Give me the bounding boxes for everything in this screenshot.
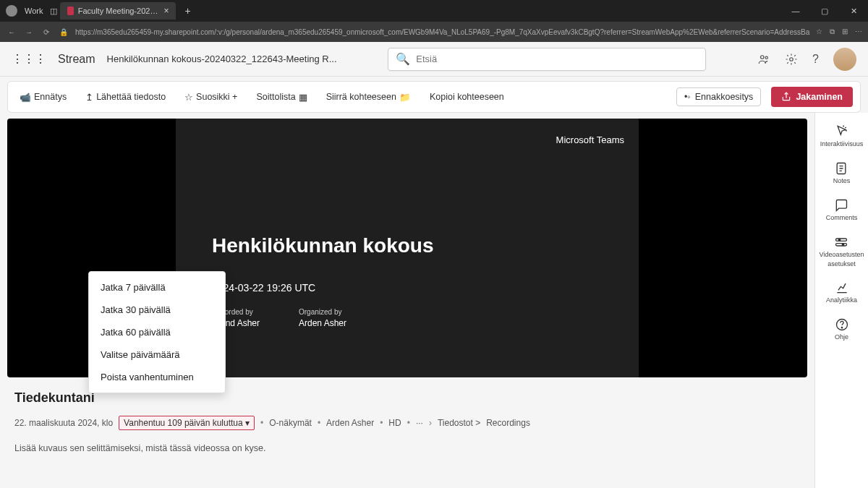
search-icon: 🔍 (396, 52, 410, 66)
app-surface: ⋮⋮⋮ Stream Henkilökunnan kokous-20240322… (0, 42, 868, 488)
menu-remove-expiration[interactable]: Poista vanhentuminen (89, 366, 225, 388)
tab-close-icon[interactable]: × (163, 6, 169, 16)
svg-point-7 (843, 244, 845, 246)
camera-icon: 📹 (20, 92, 31, 103)
svg-rect-5 (836, 243, 847, 245)
rail-interactivity[interactable]: Interaktiivisuus (820, 124, 864, 148)
meta-more-button[interactable]: ··· (416, 418, 423, 428)
favorites-icon[interactable]: ⧉ (830, 27, 835, 36)
settings-icon[interactable] (785, 53, 798, 66)
analytics-icon (835, 281, 849, 295)
help-icon[interactable]: ? (812, 53, 819, 66)
favorite-button[interactable]: ☆ Suosikki + (180, 89, 242, 106)
meta-quality: HD (388, 418, 401, 428)
url-text[interactable]: https://m365edu265459-my.sharepoint.com/… (75, 28, 810, 36)
cursor-icon (835, 124, 849, 139)
collections-icon[interactable]: ⊞ (842, 27, 848, 36)
share-icon (781, 92, 791, 102)
folder-move-icon: 📁 (399, 92, 411, 103)
close-window-button[interactable]: ✕ (839, 7, 868, 16)
upload-button[interactable]: ↥ Lähettää tiedosto (81, 89, 170, 106)
tab-favicon-icon (67, 7, 73, 15)
eye-icon: •◦ (684, 92, 691, 102)
refresh-button[interactable]: ⟳ (41, 28, 52, 36)
share-button[interactable]: Jakaminen (771, 87, 853, 107)
meta-views: O-näkymät (269, 418, 312, 428)
breadcrumb-recordings[interactable]: Recordings (486, 418, 530, 428)
window-controls: — ▢ ✕ (781, 7, 868, 16)
rail-comments[interactable]: Comments (826, 198, 858, 222)
profile-label[interactable]: Work (20, 5, 47, 17)
browser-titlebar: Work ◫ Faculty Meeting-20240322_122... ×… (0, 0, 868, 22)
svg-point-2 (790, 57, 793, 61)
svg-point-6 (839, 239, 841, 241)
moveto-button[interactable]: Siirrä kohteeseen 📁 (322, 89, 415, 106)
forward-button[interactable]: → (23, 28, 35, 36)
right-rail: Interaktiivisuus Notes Comments Videoase… (814, 113, 868, 488)
maximize-button[interactable]: ▢ (810, 7, 839, 16)
document-title[interactable]: Henkilökunnan kokous-20240322_122643-Mee… (107, 53, 337, 64)
workspaces-icon[interactable]: ◫ (50, 7, 57, 16)
video-timestamp: 2024-03-22 19:26 UTC (212, 282, 315, 294)
preview-button[interactable]: •◦ Ennakkoesitys (676, 87, 761, 106)
menu-extend-30[interactable]: Jatka 30 päivällä (89, 299, 225, 321)
menu-pick-date[interactable]: Valitse päivämäärä (89, 343, 225, 366)
comment-icon (834, 198, 848, 213)
meta-owner[interactable]: Arden Asher (326, 418, 374, 428)
upload-icon: ↥ (85, 92, 93, 103)
star-icon[interactable]: ☆ (816, 27, 822, 36)
playlist-button[interactable]: Soittolista ▦ (252, 89, 311, 106)
playlist-icon: ▦ (299, 92, 307, 103)
description-placeholder[interactable]: Lisää kuvaus sen selittämiseksi, mistä t… (14, 443, 807, 453)
svg-rect-4 (836, 239, 847, 241)
app-header: ⋮⋮⋮ Stream Henkilökunnan kokous-20240322… (0, 42, 868, 77)
sliders-icon (834, 235, 848, 249)
breadcrumb-files[interactable]: Tiedostot > (438, 418, 480, 428)
question-circle-icon (835, 317, 849, 332)
expires-chip[interactable]: Vanhentuu 109 päivän kuluttua ▾ (119, 416, 255, 430)
video-brand: Microsoft Teams (556, 134, 624, 145)
search-input[interactable] (416, 53, 698, 64)
star-outline-icon: ☆ (184, 92, 193, 103)
back-button[interactable]: ← (6, 28, 17, 36)
browser-addressbar: ← → ⟳ 🔒 https://m365edu265459-my.sharepo… (0, 22, 868, 42)
svg-point-9 (841, 328, 842, 328)
notes-icon (834, 161, 848, 176)
rail-notes[interactable]: Notes (833, 161, 851, 185)
search-box[interactable]: 🔍 (388, 48, 706, 71)
menu-extend-7[interactable]: Jatka 7 päivällä (89, 276, 225, 299)
user-avatar[interactable] (833, 48, 856, 71)
record-button[interactable]: 📹 Ennätys (15, 89, 71, 106)
extensions-icon[interactable]: ⋯ (855, 27, 862, 36)
copyto-button[interactable]: Kopioi kohteeseen (425, 89, 509, 105)
minimize-button[interactable]: — (781, 7, 810, 16)
lock-icon: 🔒 (58, 28, 69, 36)
toolbar: 📹 Ennätys ↥ Lähettää tiedosto ☆ Suosikki… (7, 81, 861, 113)
organized-by-label: Organized by (299, 308, 341, 316)
video-title: Henkilökunnan kokous (212, 234, 434, 257)
video-slate: Microsoft Teams Henkilökunnan kokous 202… (176, 119, 639, 377)
app-name[interactable]: Stream (58, 53, 95, 66)
new-tab-button[interactable]: + (179, 5, 196, 17)
rail-video-settings[interactable]: Videoasetusten asetukset (820, 235, 864, 268)
organized-by-name: Arden Asher (299, 318, 346, 328)
tab-title: Faculty Meeting-20240322_122... (78, 7, 160, 15)
meta-date: 22. maaliskuuta 2024, klo (14, 418, 113, 428)
profile-avatar-icon[interactable] (6, 5, 17, 17)
app-launcher-icon[interactable]: ⋮⋮⋮ (12, 52, 46, 66)
people-icon[interactable] (757, 53, 770, 66)
svg-point-1 (765, 56, 767, 59)
browser-tab[interactable]: Faculty Meeting-20240322_122... × (60, 2, 176, 20)
rail-help[interactable]: Ohje (835, 317, 849, 341)
menu-extend-60[interactable]: Jatka 60 päivällä (89, 321, 225, 343)
expiration-context-menu: Jatka 7 päivällä Jatka 30 päivällä Jatka… (88, 271, 226, 393)
video-metadata-row: 22. maaliskuuta 2024, klo Vanhentuu 109 … (14, 416, 807, 430)
rail-analytics[interactable]: Analytiikka (826, 281, 857, 304)
svg-point-0 (761, 55, 765, 59)
